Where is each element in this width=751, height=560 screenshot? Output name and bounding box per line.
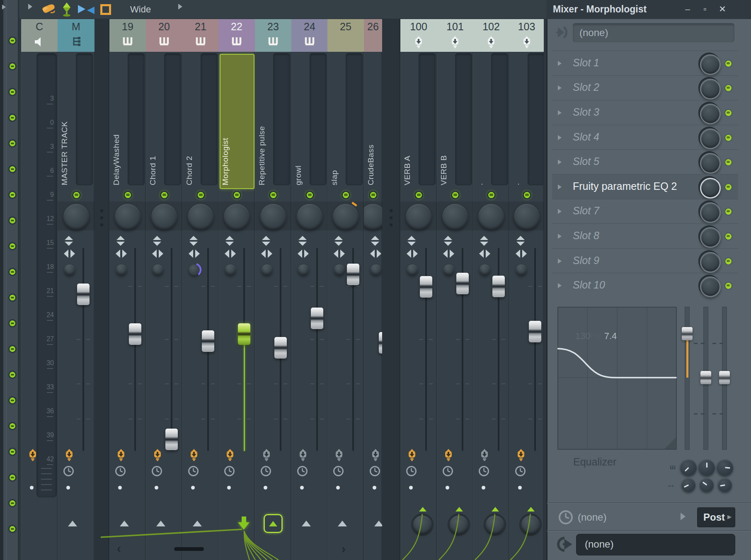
pan-arrows-icon[interactable] bbox=[225, 250, 236, 259]
mixer-strip-19[interactable]: 19DelayWashed bbox=[109, 19, 146, 560]
volume-fader-track[interactable] bbox=[316, 248, 318, 451]
mixer-strip-102[interactable]: 102. bbox=[473, 19, 509, 560]
slot-enable-led[interactable] bbox=[724, 183, 732, 191]
strip-name[interactable]: CrudeBass bbox=[366, 55, 379, 185]
mute-led[interactable] bbox=[451, 191, 460, 199]
stereo-separation-arrows-icon[interactable] bbox=[371, 236, 380, 246]
strip-name[interactable]: Repetitive pulse bbox=[257, 55, 270, 185]
mixer-strip-20[interactable]: 20Chord 1 bbox=[146, 19, 182, 560]
pan-arrows-icon[interactable] bbox=[334, 250, 345, 259]
pan-knob[interactable] bbox=[478, 204, 504, 230]
strip-header[interactable]: 22 bbox=[218, 19, 255, 52]
pan-arrows-icon[interactable] bbox=[516, 250, 527, 259]
volume-fader-handle[interactable] bbox=[165, 429, 178, 450]
strip-name[interactable]: . bbox=[475, 55, 488, 185]
pan-knob[interactable] bbox=[442, 204, 468, 230]
channel-led[interactable] bbox=[8, 473, 17, 482]
mixer-strip-C[interactable]: C303691215182124273033363942 bbox=[21, 19, 58, 560]
fx-enable-lamp-icon[interactable] bbox=[406, 448, 418, 461]
track-dot[interactable] bbox=[518, 486, 522, 490]
delay-clock-icon[interactable] bbox=[63, 465, 74, 477]
stereo-sep-knob[interactable] bbox=[480, 264, 490, 275]
strip-header[interactable]: 21 bbox=[182, 19, 219, 52]
send-level-arrow-icon[interactable] bbox=[527, 507, 535, 512]
route-up-arrow-icon[interactable] bbox=[302, 521, 311, 526]
pan-knob[interactable] bbox=[406, 204, 431, 230]
fx-enable-lamp-icon[interactable] bbox=[333, 448, 345, 461]
slot-mix-knob[interactable] bbox=[700, 202, 721, 223]
audio-output-icon[interactable] bbox=[557, 536, 574, 553]
volume-fader-handle[interactable] bbox=[420, 276, 432, 298]
channel-led[interactable] bbox=[8, 268, 17, 276]
effect-slot-3[interactable]: Slot 3 bbox=[552, 100, 738, 125]
delay-clock-icon[interactable] bbox=[478, 465, 489, 477]
volume-fader-handle[interactable] bbox=[492, 276, 505, 297]
channel-led[interactable] bbox=[8, 422, 17, 430]
mute-led[interactable] bbox=[160, 191, 169, 199]
pan-arrows-icon[interactable] bbox=[443, 250, 455, 259]
fx-enable-lamp-icon[interactable] bbox=[369, 448, 382, 461]
strip-header[interactable]: 102 bbox=[473, 19, 509, 52]
channel-led[interactable] bbox=[8, 319, 17, 327]
track-dot[interactable] bbox=[446, 486, 449, 490]
fx-enable-lamp-icon[interactable] bbox=[63, 448, 75, 461]
mute-led[interactable] bbox=[124, 191, 132, 199]
maximize-button[interactable]: ▫ bbox=[698, 4, 712, 14]
pan-arrows-icon[interactable] bbox=[298, 250, 309, 259]
strip-name[interactable]: Morphologist bbox=[221, 55, 233, 185]
slot-arrow-icon[interactable] bbox=[558, 85, 562, 90]
hand-tool-icon[interactable] bbox=[41, 2, 57, 17]
track-dot[interactable] bbox=[482, 486, 485, 490]
mixer-strip-25[interactable]: 25slap bbox=[327, 19, 364, 560]
strip-header[interactable]: 24 bbox=[291, 19, 328, 52]
slot-arrow-icon[interactable] bbox=[558, 234, 562, 239]
channel-led[interactable] bbox=[8, 216, 17, 225]
volume-fader-handle[interactable] bbox=[238, 323, 250, 345]
slot-mix-knob[interactable] bbox=[700, 128, 721, 149]
track-dot[interactable] bbox=[191, 486, 195, 490]
channel-led[interactable] bbox=[8, 396, 17, 405]
pan-knob[interactable] bbox=[188, 204, 213, 230]
route-up-arrow-icon[interactable] bbox=[156, 521, 165, 526]
volume-fader-handle[interactable] bbox=[379, 332, 382, 354]
stereo-separation-arrows-icon[interactable] bbox=[225, 236, 235, 246]
strip-header[interactable]: 19 bbox=[109, 19, 146, 52]
pan-knob[interactable] bbox=[514, 204, 540, 230]
channel-led[interactable] bbox=[8, 345, 17, 353]
pan-knob[interactable] bbox=[115, 204, 141, 230]
effect-slot-6[interactable]: Fruity parametric EQ 2 bbox=[552, 174, 738, 199]
input-source-select[interactable]: (none) bbox=[573, 23, 734, 42]
slot-mix-knob[interactable] bbox=[700, 276, 721, 297]
send-level-arrow-icon[interactable] bbox=[455, 507, 463, 512]
track-dot[interactable] bbox=[409, 486, 413, 490]
delay-clock-icon[interactable] bbox=[442, 465, 453, 477]
mixer-strip-M[interactable]: MMASTER TRACK bbox=[58, 19, 94, 560]
mixer-strip-22[interactable]: 22Morphologist bbox=[218, 19, 255, 560]
strip-header[interactable]: 23 bbox=[255, 19, 291, 52]
route-up-arrow-icon[interactable] bbox=[374, 521, 382, 526]
delay-clock-icon[interactable] bbox=[151, 465, 162, 477]
mute-led[interactable] bbox=[414, 191, 423, 199]
eq-band-width-knob[interactable] bbox=[680, 459, 697, 476]
slot-enable-led[interactable] bbox=[724, 158, 732, 166]
delay-clock-icon[interactable] bbox=[260, 465, 271, 477]
stereo-separation-arrows-icon[interactable] bbox=[65, 236, 74, 246]
volume-fader-handle[interactable] bbox=[129, 323, 141, 345]
scroll-right-chevron[interactable]: › bbox=[342, 542, 346, 556]
slot-arrow-icon[interactable] bbox=[558, 61, 562, 66]
eq-band-slider-handle[interactable] bbox=[700, 371, 711, 384]
route-up-arrow-icon[interactable] bbox=[120, 521, 129, 526]
pan-knob[interactable] bbox=[260, 204, 286, 230]
send-level-knob[interactable] bbox=[413, 516, 431, 534]
strip-name[interactable]: VERB A bbox=[403, 55, 415, 185]
pan-arrows-icon[interactable] bbox=[407, 250, 418, 259]
strip-name[interactable]: growl bbox=[294, 55, 306, 185]
fx-enable-lamp-icon[interactable] bbox=[27, 448, 39, 461]
strip-header[interactable]: M bbox=[58, 19, 94, 52]
volume-fader-handle[interactable] bbox=[77, 284, 90, 305]
send-time-icon[interactable] bbox=[558, 509, 574, 525]
route-enabled-box[interactable] bbox=[264, 514, 283, 533]
fx-enable-lamp-icon[interactable] bbox=[478, 448, 491, 461]
volume-fader-handle[interactable] bbox=[202, 330, 214, 352]
send-level-knob[interactable] bbox=[521, 516, 540, 534]
